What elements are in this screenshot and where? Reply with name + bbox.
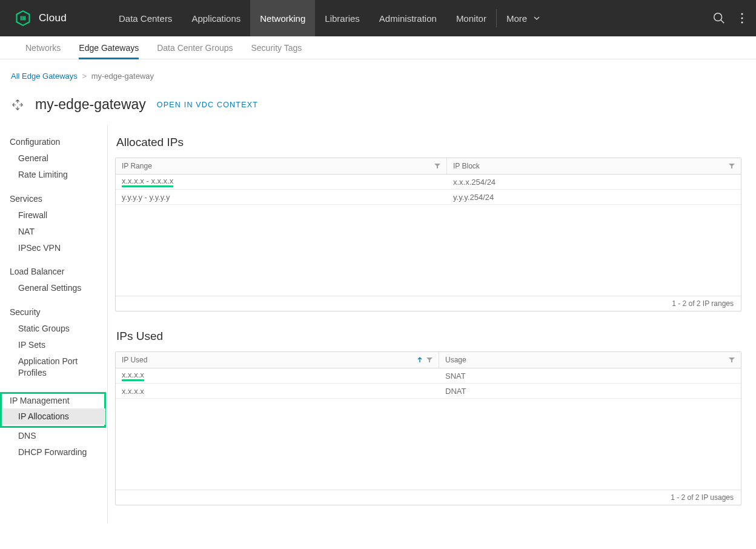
open-in-vdc-context-link[interactable]: OPEN IN VDC CONTEXT — [157, 101, 258, 109]
main-nav: Data Centers Applications Networking Lib… — [109, 0, 550, 36]
col-ip-block-label: IP Block — [453, 162, 480, 170]
cell-ip-used: x.x.x.x — [116, 384, 439, 398]
filter-icon[interactable] — [426, 357, 433, 363]
svg-point-8 — [741, 21, 743, 23]
heading-row: my-edge-gateway OPEN IN VDC CONTEXT — [0, 81, 756, 125]
filter-icon[interactable] — [434, 163, 440, 169]
nav-more[interactable]: More — [497, 0, 550, 36]
sidebar-item-ipsec-vpn[interactable]: IPSec VPN — [10, 240, 107, 256]
sidebar-group-services: Services — [10, 194, 107, 204]
col-usage-label: Usage — [445, 356, 466, 364]
allocated-ips-footer: 1 - 2 of 2 IP ranges — [116, 296, 741, 311]
sort-asc-icon[interactable] — [417, 357, 423, 363]
sidebar-group-configuration: Configuration — [10, 137, 107, 147]
breadcrumb-current: my-edge-gateway — [91, 72, 154, 81]
sidebar-item-general-settings[interactable]: General Settings — [10, 280, 107, 296]
col-ip-range-label: IP Range — [122, 162, 152, 170]
sidebar-item-rate-limiting[interactable]: Rate Limiting — [10, 167, 107, 183]
ips-used-title: IPs Used — [116, 330, 741, 343]
tab-security-tags[interactable]: Security Tags — [251, 36, 302, 59]
allocated-ips-title: Allocated IPs — [116, 136, 741, 149]
tab-data-center-groups[interactable]: Data Center Groups — [157, 36, 233, 59]
sidebar-group-ip-management: IP Management — [2, 394, 104, 407]
sidebar-item-dhcp-forwarding[interactable]: DHCP Forwarding — [10, 444, 107, 461]
subnav: Networks Edge Gateways Data Center Group… — [0, 36, 756, 59]
table-row[interactable]: x.x.x.x - x.x.x.x x.x.x.254/24 — [116, 175, 741, 190]
sidebar-group-security: Security — [10, 307, 107, 317]
filter-icon[interactable] — [729, 163, 735, 169]
nav-applications[interactable]: Applications — [182, 0, 250, 36]
col-ip-used[interactable]: IP Used — [116, 352, 439, 368]
cell-ip-block: y.y.y.254/24 — [447, 190, 741, 204]
sidebar-item-dns[interactable]: DNS — [10, 428, 107, 444]
search-icon[interactable] — [712, 12, 726, 25]
cell-usage: SNAT — [439, 368, 741, 383]
nav-administration[interactable]: Administration — [370, 0, 446, 36]
nav-libraries[interactable]: Libraries — [315, 0, 370, 36]
table-row[interactable]: x.x.x.x SNAT — [116, 368, 741, 384]
sidebar-item-nat[interactable]: NAT — [10, 224, 107, 240]
ips-used-body: x.x.x.x SNAT x.x.x.x DNAT — [116, 368, 741, 490]
move-arrows-icon — [11, 98, 24, 111]
content: Allocated IPs IP Range IP Block — [108, 125, 756, 524]
col-usage[interactable]: Usage — [439, 352, 741, 368]
nav-monitor[interactable]: Monitor — [446, 0, 496, 36]
table-row[interactable]: x.x.x.x DNAT — [116, 384, 741, 399]
ips-used-grid: IP Used Usage — [115, 351, 741, 505]
tab-networks[interactable]: Networks — [25, 36, 61, 59]
tab-edge-gateways[interactable]: Edge Gateways — [79, 36, 139, 59]
col-ip-block[interactable]: IP Block — [447, 158, 741, 174]
ips-used-header: IP Used Usage — [116, 352, 741, 368]
table-row[interactable]: y.y.y.y - y.y.y.y y.y.y.254/24 — [116, 190, 741, 205]
breadcrumb-root[interactable]: All Edge Gateways — [11, 72, 78, 81]
sidebar-item-static-groups[interactable]: Static Groups — [10, 321, 107, 337]
sidebar: Configuration General Rate Limiting Serv… — [0, 125, 108, 524]
breadcrumb-separator: > — [82, 72, 87, 81]
sidebar-item-application-port-profiles[interactable]: Application Port Profiles — [10, 353, 107, 381]
allocated-ips-grid: IP Range IP Block — [115, 158, 741, 311]
page-title: my-edge-gateway — [35, 96, 146, 113]
sidebar-group-ip-management-highlight: IP Management IP Allocations — [0, 392, 106, 428]
col-ip-used-label: IP Used — [122, 356, 147, 364]
breadcrumb: All Edge Gateways > my-edge-gateway — [0, 59, 756, 81]
cell-ip-block: x.x.x.254/24 — [447, 175, 741, 189]
chevron-down-icon — [533, 15, 540, 22]
topbar: Cloud Data Centers Applications Networki… — [0, 0, 756, 36]
cell-ip-used: x.x.x.x — [122, 370, 144, 381]
nav-data-centers[interactable]: Data Centers — [109, 0, 182, 36]
col-ip-range[interactable]: IP Range — [116, 158, 447, 174]
svg-rect-1 — [21, 16, 22, 21]
svg-point-6 — [741, 13, 743, 15]
logo-icon — [15, 10, 31, 27]
svg-rect-3 — [24, 16, 25, 21]
allocated-ips-header: IP Range IP Block — [116, 158, 741, 175]
kebab-icon[interactable] — [740, 12, 744, 24]
sidebar-item-firewall[interactable]: Firewall — [10, 207, 107, 224]
cell-usage: DNAT — [439, 384, 741, 398]
svg-rect-2 — [22, 16, 24, 21]
cell-ip-range: y.y.y.y - y.y.y.y — [116, 190, 447, 204]
ips-used-footer: 1 - 2 of 2 IP usages — [116, 490, 741, 505]
sidebar-item-ip-sets[interactable]: IP Sets — [10, 337, 107, 353]
svg-line-5 — [721, 20, 724, 24]
sidebar-item-ip-allocations[interactable]: IP Allocations — [2, 408, 105, 425]
nav-more-label: More — [506, 13, 527, 24]
cell-ip-range: x.x.x.x - x.x.x.x — [122, 176, 173, 187]
svg-point-7 — [741, 17, 743, 19]
nav-networking[interactable]: Networking — [250, 0, 315, 36]
filter-icon[interactable] — [729, 357, 735, 363]
topbar-right — [712, 12, 756, 25]
sidebar-group-load-balancer: Load Balancer — [10, 267, 107, 276]
brand-label: Cloud — [39, 12, 67, 24]
svg-point-4 — [714, 13, 722, 21]
allocated-ips-body: x.x.x.x - x.x.x.x x.x.x.254/24 y.y.y.y -… — [116, 175, 741, 296]
sidebar-item-general[interactable]: General — [10, 150, 107, 167]
brand-block: Cloud — [0, 10, 109, 27]
